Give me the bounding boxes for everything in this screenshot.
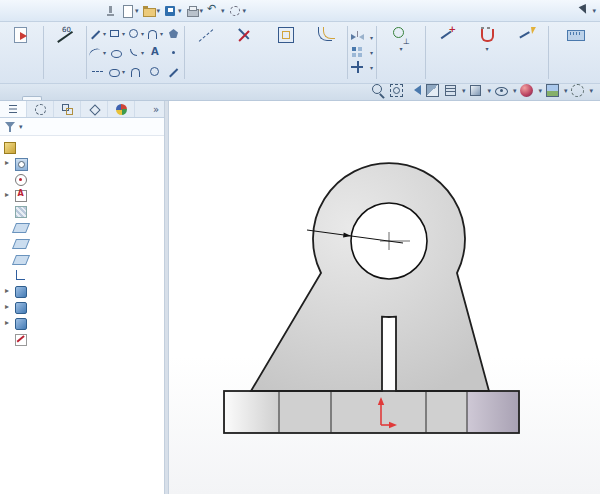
sketch-centerline-button[interactable] (88, 62, 107, 81)
tree-item-boss-extrude2[interactable]: ▸ (0, 299, 164, 315)
tree-item-top-plane[interactable] (0, 235, 164, 251)
display-delete-relations-button[interactable]: ▾ (378, 23, 424, 82)
exit-sketch-button[interactable] (2, 23, 42, 82)
open-button[interactable]: ▾ (142, 4, 161, 18)
menu-file[interactable] (16, 9, 28, 13)
sketch-point-button[interactable] (164, 43, 183, 62)
undo-button[interactable]: ▾ (206, 4, 225, 18)
sketch-text-button[interactable] (145, 43, 164, 62)
sketch-ellipse-button[interactable] (107, 43, 126, 62)
sketch-slot-button[interactable]: ▾ (107, 62, 126, 81)
tree-item-sensors[interactable] (0, 171, 164, 187)
tree-item-boss-extrude1[interactable]: ▸ (0, 283, 164, 299)
sketch-rectangle-button[interactable]: ▾ (107, 24, 126, 43)
tree-item-material[interactable] (0, 203, 164, 219)
tab-configuration-manager[interactable] (54, 101, 81, 117)
sketch-spline-button[interactable]: ▾ (88, 43, 107, 62)
menu-window[interactable] (76, 9, 88, 13)
tree-item-sketch4[interactable] (0, 331, 164, 347)
part-upper-body[interactable] (251, 163, 489, 391)
part-viewport[interactable] (169, 101, 600, 494)
rapid-sketch-icon (518, 26, 536, 44)
print-button[interactable]: ▾ (185, 4, 204, 18)
tab-evaluate[interactable] (102, 96, 122, 100)
select-tool-button[interactable]: ▾ (577, 4, 596, 18)
tab-weldments[interactable] (82, 96, 102, 100)
zoom-fit-icon[interactable] (371, 83, 386, 98)
menu-edit[interactable] (28, 9, 40, 13)
filter-funnel-icon[interactable] (5, 121, 16, 133)
tab-feature-manager[interactable] (0, 101, 27, 117)
edit-appearance-icon[interactable] (519, 83, 534, 98)
smart-dimension-button[interactable] (45, 23, 85, 82)
mirror-entities-button[interactable]: ▾ (351, 31, 373, 44)
slot-icon (108, 65, 121, 78)
display-style-icon[interactable] (468, 83, 483, 98)
sketch-entities-grid: ▾ ▾ ▾ ▾ ▾ ▾ ▾ (88, 23, 183, 82)
magnet-icon (478, 26, 496, 44)
tree-item-origin[interactable] (0, 267, 164, 283)
quick-snaps-button[interactable]: ▾ (467, 23, 507, 82)
menu-help[interactable] (88, 9, 100, 13)
sketch-circle-button[interactable]: ▾ (126, 24, 145, 43)
expand-arrow-icon[interactable]: ▸ (3, 303, 11, 311)
view-settings-icon[interactable] (570, 83, 585, 98)
menu-insert[interactable] (52, 9, 64, 13)
tree-item-boss-extrude3[interactable]: ▸ (0, 315, 164, 331)
expand-arrow-icon[interactable]: ▸ (3, 287, 11, 295)
dropdown-caret: ▾ (462, 87, 466, 95)
expand-arrow-icon[interactable]: ▸ (3, 191, 11, 199)
previous-view-icon[interactable] (407, 83, 422, 98)
convert-entities-button[interactable] (266, 23, 306, 82)
panel-expand-chevron-icon[interactable]: » (148, 104, 164, 115)
tab-features[interactable] (2, 96, 22, 100)
dropdown-caret: ▾ (200, 7, 204, 15)
options-button[interactable]: ▾ (228, 4, 247, 18)
sketch-tool-button[interactable] (126, 62, 145, 81)
expand-arrow-icon[interactable]: ▸ (3, 159, 11, 167)
select-cursor-icon (577, 4, 591, 18)
dropdown-caret: ▾ (400, 45, 403, 52)
view-orientation-icon[interactable] (443, 83, 458, 98)
tab-sheet-metal[interactable] (62, 96, 82, 100)
sketch-tool-button[interactable] (145, 62, 164, 81)
trim-entities-button[interactable] (226, 23, 266, 82)
move-entities-button[interactable]: ▾ (351, 61, 373, 74)
tab-surfaces[interactable] (42, 96, 62, 100)
tab-display-manager[interactable] (108, 101, 135, 117)
save-button[interactable]: ▾ (163, 4, 182, 18)
tree-item-annotations[interactable]: ▸ (0, 187, 164, 203)
tab-property-manager[interactable] (27, 101, 54, 117)
tree-item-history[interactable]: ▸ (0, 155, 164, 171)
expand-arrow-icon[interactable]: ▸ (3, 319, 11, 327)
linear-sketch-pattern-button[interactable]: ▾ (351, 46, 373, 59)
tab-sketch[interactable] (22, 96, 42, 100)
sketch-fillet-button[interactable]: ▾ (126, 43, 145, 62)
menu-view[interactable] (40, 9, 52, 13)
menu-tools[interactable] (64, 9, 76, 13)
tree-filter-row: ▾ (0, 118, 164, 136)
rapid-sketch-button[interactable] (507, 23, 547, 82)
sketch-tool-button[interactable] (164, 62, 183, 81)
apply-scene-icon[interactable] (545, 83, 560, 98)
sketch-polygon-button[interactable] (164, 24, 183, 43)
tree-item-right-plane[interactable] (0, 251, 164, 267)
offset-entities-button[interactable] (306, 23, 346, 82)
pin-menu-button[interactable] (103, 4, 117, 18)
tree-item-front-plane[interactable] (0, 219, 164, 235)
sketch-line-button[interactable]: ▾ (88, 24, 107, 43)
section-view-icon[interactable] (425, 83, 440, 98)
new-document-button[interactable]: ▾ (120, 4, 139, 18)
hide-show-items-icon[interactable] (494, 83, 509, 98)
dropdown-caret: ▾ (243, 7, 247, 15)
repair-sketch-button[interactable] (427, 23, 467, 82)
tab-dimxpert-manager[interactable] (81, 101, 108, 117)
zoom-area-icon[interactable] (389, 83, 404, 98)
construction-geometry-button[interactable] (186, 23, 226, 82)
sketch-arc-button[interactable]: ▾ (145, 24, 164, 43)
graphics-area[interactable] (169, 101, 600, 494)
tree-item-part-root[interactable] (0, 139, 164, 155)
arc-icon (146, 27, 159, 40)
origin-axes-icon (14, 269, 27, 282)
instant2d-button[interactable] (550, 23, 600, 82)
